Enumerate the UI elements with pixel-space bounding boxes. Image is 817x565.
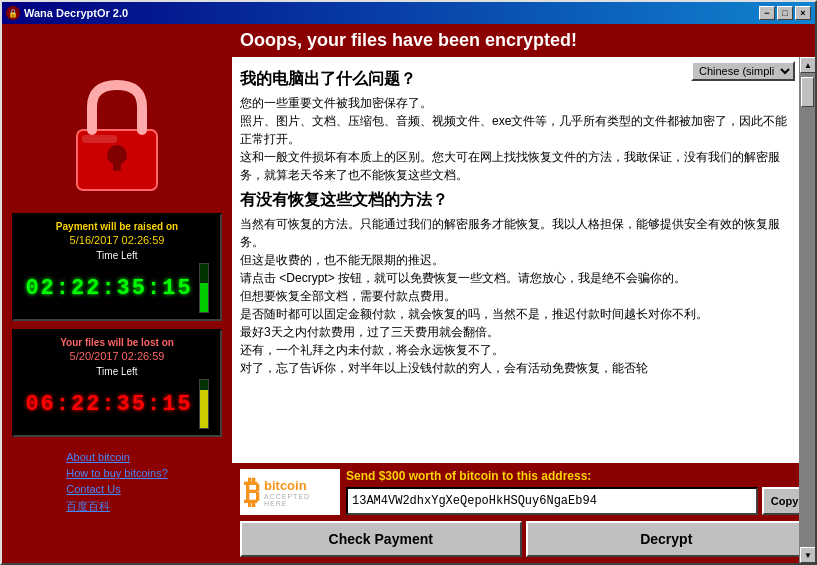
price-raise-progress-fill: [200, 283, 208, 312]
bitcoin-logo-box: ₿ bitcoin ACCEPTED HERE: [240, 469, 340, 515]
bitcoin-word: bitcoin: [264, 478, 336, 493]
send-label: Send $300 worth of bitcoin to this addre…: [346, 469, 807, 483]
lock-container: [52, 65, 182, 205]
lock-icon: [62, 75, 172, 195]
files-lost-date: 5/20/2017 02:26:59: [22, 350, 212, 362]
files-lost-digits: 06:22:35:15: [25, 392, 192, 417]
svg-rect-2: [113, 155, 121, 171]
scroll-down-button[interactable]: ▼: [800, 547, 815, 563]
section2-title: 有没有恢复这些文档的方法？: [240, 190, 791, 211]
contact-link[interactable]: Contact Us: [66, 483, 168, 495]
main-window: 🔒 Wana DecryptOr 2.0 − □ × Ooops, your f…: [0, 0, 817, 565]
files-lost-progress-fill: [200, 390, 208, 428]
language-selector-container[interactable]: Chinese (simpli English Spanish German F…: [691, 61, 795, 81]
section2-text: 当然有可恢复的方法。只能通过我们的解密服务才能恢复。我以人格担保，能够提供安全有…: [240, 215, 791, 377]
price-raise-progress: [199, 263, 209, 313]
files-lost-time-label: Time Left: [22, 366, 212, 377]
action-buttons-row: Check Payment Decrypt: [240, 521, 807, 557]
scroll-thumb[interactable]: [801, 77, 814, 107]
price-raise-date: 5/16/2017 02:26:59: [22, 234, 212, 246]
text-content-area: 我的电脑出了什么问题？ 您的一些重要文件被我加密保存了。 照片、图片、文档、压缩…: [232, 57, 815, 463]
main-content: Payment will be raised on 5/16/2017 02:2…: [2, 57, 815, 563]
price-raise-digits: 02:22:35:15: [25, 276, 192, 301]
right-panel: Chinese (simpli English Spanish German F…: [232, 57, 815, 563]
files-lost-progress: [199, 379, 209, 429]
title-bar-text: 🔒 Wana DecryptOr 2.0: [6, 6, 128, 20]
title-bar: 🔒 Wana DecryptOr 2.0 − □ ×: [2, 2, 815, 24]
close-button[interactable]: ×: [795, 6, 811, 20]
language-select[interactable]: Chinese (simpli English Spanish German F…: [691, 61, 795, 81]
minimize-button[interactable]: −: [759, 6, 775, 20]
price-raise-time-label: Time Left: [22, 250, 212, 261]
bottom-section: ₿ bitcoin ACCEPTED HERE Send $300 worth …: [232, 463, 815, 563]
bitcoin-symbol: ₿: [244, 474, 260, 511]
maximize-button[interactable]: □: [777, 6, 793, 20]
svg-rect-3: [82, 135, 117, 143]
section1-text: 您的一些重要文件被我加密保存了。 照片、图片、文档、压缩包、音频、视频文件、ex…: [240, 94, 791, 184]
decrypt-button[interactable]: Decrypt: [526, 521, 808, 557]
how-to-buy-link[interactable]: How to buy bitcoins?: [66, 467, 168, 479]
bitcoin-right: Send $300 worth of bitcoin to this addre…: [346, 469, 807, 515]
check-payment-button[interactable]: Check Payment: [240, 521, 522, 557]
bitcoin-accepted-text: ACCEPTED HERE: [264, 493, 336, 507]
links-section: About bitcoin How to buy bitcoins? Conta…: [58, 445, 176, 520]
app-icon: 🔒: [6, 6, 20, 20]
scrollbar[interactable]: ▲ ▼: [799, 57, 815, 563]
scroll-up-button[interactable]: ▲: [800, 57, 815, 73]
title-bar-controls: − □ ×: [759, 6, 811, 20]
header-title: Ooops, your files have been encrypted!: [10, 30, 807, 51]
bitcoin-address-field[interactable]: [346, 487, 758, 515]
address-row: Copy: [346, 487, 807, 515]
price-raise-timer: Payment will be raised on 5/16/2017 02:2…: [12, 213, 222, 321]
scroll-track[interactable]: [800, 73, 815, 547]
left-panel: Payment will be raised on 5/16/2017 02:2…: [2, 57, 232, 563]
files-lost-timer: Your files will be lost on 5/20/2017 02:…: [12, 329, 222, 437]
price-raise-display: 02:22:35:15: [22, 263, 212, 313]
baidu-link[interactable]: 百度百科: [66, 499, 168, 514]
header-section: Ooops, your files have been encrypted!: [2, 24, 815, 57]
files-lost-label: Your files will be lost on: [22, 337, 212, 348]
bitcoin-row: ₿ bitcoin ACCEPTED HERE Send $300 worth …: [240, 469, 807, 515]
price-raise-label: Payment will be raised on: [22, 221, 212, 232]
files-lost-display: 06:22:35:15: [22, 379, 212, 429]
about-bitcoin-link[interactable]: About bitcoin: [66, 451, 168, 463]
